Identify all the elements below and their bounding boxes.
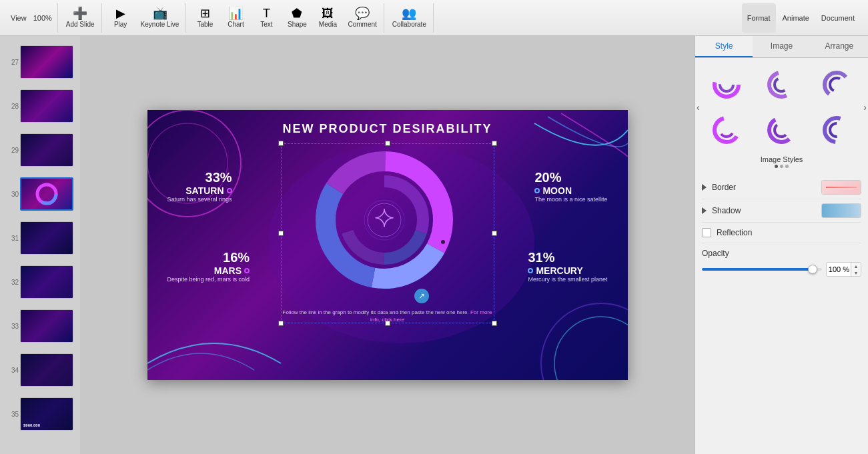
slide-thumb-35[interactable]: 35 $960.000 [7, 393, 73, 435]
slide-thumb-32[interactable]: 32 [7, 261, 73, 303]
animate-tab-button[interactable]: Animate [777, 3, 815, 33]
share-button[interactable]: ↗ [414, 289, 429, 303]
style-item-4[interactable] [702, 110, 751, 150]
slide-thumb-30[interactable]: 30 [7, 173, 73, 215]
table-label: Table [197, 21, 213, 28]
slide-thumb-29[interactable]: 29 [7, 129, 73, 171]
svg-point-23 [715, 118, 739, 142]
play-button[interactable]: ▶ Play [106, 3, 135, 33]
opacity-spinners: ▲ ▼ [851, 263, 861, 276]
svg-point-4 [541, 303, 628, 380]
border-line [826, 187, 857, 188]
dot-2 [780, 165, 783, 168]
slide-thumb-28[interactable]: 28 [7, 85, 73, 127]
border-row: Border [702, 176, 861, 199]
opacity-increment[interactable]: ▲ [851, 263, 861, 269]
shadow-preview-box[interactable] [821, 203, 861, 218]
svg-point-19 [769, 73, 793, 97]
opacity-thumb[interactable] [808, 265, 817, 274]
moon-stat: 20% MOON The moon is a nice satellite [534, 170, 607, 203]
chart-button[interactable]: 📊 Chart [221, 3, 250, 33]
comment-label: Comment [348, 21, 376, 28]
handle-mr[interactable] [492, 231, 497, 236]
collaborate-icon: 👥 [402, 7, 416, 19]
tab-arrange[interactable]: Arrange [811, 36, 868, 57]
style-item-1[interactable] [702, 65, 751, 105]
text-button[interactable]: T Text [252, 3, 281, 33]
text-label: Text [260, 21, 272, 28]
shadow-expand[interactable] [702, 207, 707, 214]
collaborate-group: 👥 Collaborate [386, 3, 434, 33]
tab-style[interactable]: Style [695, 36, 753, 57]
slide-thumb-33[interactable]: 33 [7, 305, 73, 347]
slide-thumb-34[interactable]: 34 [7, 349, 73, 391]
format-tab-button[interactable]: Format [742, 3, 776, 33]
shape-icon: ⬟ [292, 7, 302, 19]
keynote-live-button[interactable]: 📺 Keynote Live [137, 3, 183, 33]
reflection-row: Reflection [702, 223, 861, 243]
donut-chart: ✦ [308, 143, 461, 297]
mars-stat: 16% MARS Despite being red, mars is cold [167, 250, 250, 283]
view-button[interactable]: View [8, 3, 29, 33]
opacity-decrement[interactable]: ▼ [851, 269, 861, 276]
play-icon: ▶ [116, 7, 125, 19]
border-color-preview [822, 181, 861, 194]
opacity-label: Opacity [702, 249, 861, 258]
styles-prev-button[interactable]: ‹ [697, 102, 700, 113]
chart-container[interactable]: ✦ ↗ Follow the link in the graph to modi… [281, 143, 494, 323]
svg-point-27 [825, 118, 849, 142]
media-button[interactable]: 🖼 Media [313, 3, 342, 33]
svg-point-21 [825, 73, 849, 97]
style-item-6[interactable] [812, 110, 861, 150]
tab-image[interactable]: Image [753, 36, 810, 57]
zoom-button[interactable]: 100% [31, 3, 55, 33]
keynote-live-icon: 📺 [153, 7, 167, 19]
table-button[interactable]: ⊞ Table [190, 3, 220, 33]
style-item-5[interactable] [757, 110, 806, 150]
styles-next-button[interactable]: › [863, 102, 867, 113]
image-styles-grid [702, 65, 861, 150]
slide-thumb-31[interactable]: 31 [7, 217, 73, 259]
add-slide-button[interactable]: ➕ Add Slide [62, 3, 99, 33]
shadow-label: Shadow [712, 206, 821, 215]
border-expand[interactable] [702, 184, 707, 191]
opacity-slider[interactable] [702, 268, 822, 271]
style-item-2[interactable] [757, 65, 806, 105]
play-group: ▶ Play 📺 Keynote Live [103, 3, 187, 33]
svg-point-20 [775, 78, 788, 91]
collaborate-label: Collaborate [392, 21, 426, 28]
style-item-3[interactable] [812, 65, 861, 105]
mars-dot [244, 268, 250, 273]
text-icon: T [263, 7, 270, 19]
insert-group: ⊞ Table 📊 Chart T Text ⬟ Shape 🖼 Media 💬… [187, 3, 384, 33]
media-icon: 🖼 [322, 7, 334, 19]
svg-point-22 [830, 78, 843, 91]
reflection-label: Reflection [717, 228, 752, 237]
svg-point-17 [715, 73, 739, 97]
play-label: Play [114, 21, 127, 28]
handle-ml[interactable] [278, 231, 284, 236]
slide-thumb-27[interactable]: 27 [7, 41, 73, 83]
mercury-dot [528, 268, 533, 273]
border-preview-box[interactable] [821, 180, 861, 195]
styles-dots [702, 165, 861, 168]
handle-tr[interactable] [492, 141, 497, 146]
handle-tl[interactable] [278, 141, 284, 146]
opacity-input[interactable] [827, 264, 851, 275]
opacity-row: Opacity ▲ ▼ [702, 243, 861, 282]
collaborate-button[interactable]: 👥 Collaborate [388, 3, 430, 33]
shadow-row: Shadow [702, 199, 861, 223]
opacity-input-group: ▲ ▼ [826, 262, 861, 277]
format-tab-label: Format [747, 14, 771, 22]
reflection-checkbox[interactable] [702, 228, 711, 237]
view-label: View [11, 14, 27, 22]
format-tabs-group: Format Animate Document [739, 3, 863, 33]
shape-button[interactable]: ⬟ Shape [282, 3, 312, 33]
svg-point-24 [720, 123, 733, 137]
border-label: Border [712, 183, 821, 192]
svg-text:✦: ✦ [374, 205, 394, 232]
document-tab-button[interactable]: Document [816, 3, 860, 33]
comment-button[interactable]: 💬 Comment [344, 3, 380, 33]
svg-point-18 [720, 78, 733, 91]
svg-point-28 [830, 123, 843, 137]
